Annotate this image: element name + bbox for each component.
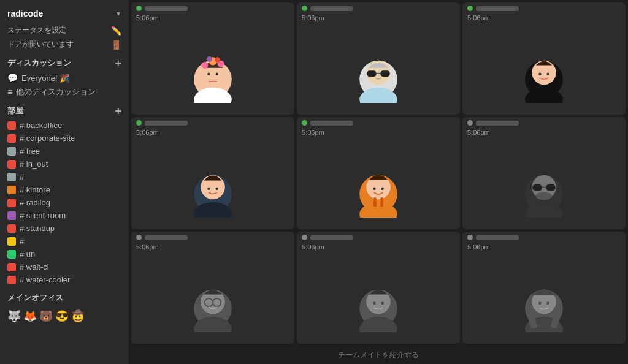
office-avatar: 🤠 — [71, 309, 85, 323]
video-cell-header — [131, 117, 294, 129]
avatar-image — [510, 150, 578, 218]
room-label: # silent-room — [20, 211, 121, 220]
video-time: 5:06pm — [462, 243, 626, 253]
svg-point-31 — [381, 188, 383, 190]
avatar-area — [297, 138, 460, 229]
avatar-image — [510, 36, 578, 103]
room-label: # backoffice — [20, 121, 121, 130]
avatar-area — [131, 24, 294, 115]
avatar-image — [179, 36, 247, 103]
sidebar-item-room[interactable]: # silent-room — [0, 209, 129, 222]
room-label: # — [20, 172, 121, 181]
sidebar-item-other-discussions[interactable]: ≡ 他のディスカッション — [0, 85, 129, 99]
add-room-button[interactable]: + — [115, 105, 121, 116]
avatar-image — [179, 265, 247, 332]
user-name-placeholder — [145, 121, 188, 126]
video-grid: 5:06pm 5:06pm — [129, 0, 628, 346]
door-open-row[interactable]: ドアが開いています 🚪 — [0, 37, 129, 51]
video-cell-header — [131, 2, 294, 14]
sidebar-item-room[interactable]: # corporate-site — [0, 132, 129, 145]
svg-rect-33 — [380, 197, 383, 207]
room-color-icon — [7, 173, 16, 181]
sidebar-item-room[interactable]: # backoffice — [0, 119, 129, 132]
status-dot — [467, 6, 473, 11]
user-name-placeholder — [145, 6, 188, 11]
intro-bar: チームメイトを紹介する — [129, 346, 628, 364]
sidebar: radicode ▼ ステータスを設定 ✏️ ドアが開いています 🚪 ディスカッ… — [0, 0, 129, 364]
status-dot — [302, 235, 307, 240]
avatar-area — [131, 138, 294, 229]
video-time: 5:06pm — [131, 129, 294, 138]
video-cell: 5:06pm — [297, 2, 460, 115]
discussions-header: ディスカッション + — [0, 51, 129, 71]
other-discussions-label: 他のディスカッション — [16, 86, 121, 97]
room-label: # kintore — [20, 185, 121, 194]
door-icon: 🚪 — [111, 40, 121, 50]
room-color-icon — [7, 160, 16, 169]
room-color-icon — [7, 250, 16, 259]
avatar-area — [131, 253, 294, 344]
video-cell-header — [297, 232, 460, 243]
user-name-placeholder — [476, 6, 519, 11]
room-label: # water-cooler — [20, 275, 121, 284]
svg-point-9 — [207, 56, 212, 62]
svg-point-56 — [546, 302, 549, 305]
svg-rect-14 — [367, 70, 376, 77]
sidebar-item-room[interactable]: # kintore — [0, 183, 129, 196]
room-color-icon — [7, 199, 16, 207]
workspace-header[interactable]: radicode ▼ — [0, 6, 129, 23]
office-header: メインオフィス — [0, 286, 129, 306]
room-color-icon — [7, 147, 16, 156]
svg-point-51 — [381, 302, 383, 305]
sidebar-item-room[interactable]: # free — [0, 145, 129, 157]
svg-point-50 — [373, 302, 375, 305]
svg-point-40 — [536, 192, 552, 200]
avatar-image — [345, 265, 412, 332]
video-cell-header — [297, 2, 460, 14]
avatar-image — [345, 36, 412, 103]
sidebar-item-room[interactable]: # standup — [0, 222, 129, 235]
sidebar-item-room[interactable]: # un — [0, 248, 129, 260]
room-color-icon — [7, 121, 16, 130]
status-dot — [467, 120, 473, 126]
sidebar-item-room[interactable]: # wait-ci — [0, 260, 129, 273]
room-label: # in_out — [20, 159, 121, 169]
room-color-icon — [7, 263, 16, 271]
sidebar-item-room[interactable]: # — [0, 235, 129, 248]
video-cell-header — [462, 117, 626, 129]
status-dot — [136, 6, 142, 11]
avatar-image — [179, 150, 247, 218]
room-label: # radilog — [20, 198, 121, 207]
video-cell-header — [462, 2, 626, 14]
door-open-label: ドアが開いています — [7, 39, 74, 50]
room-color-icon — [7, 224, 16, 233]
main-content: 5:06pm 5:06pm — [129, 0, 628, 364]
svg-point-3 — [207, 73, 210, 75]
set-status-label: ステータスを設定 — [7, 25, 66, 36]
svg-rect-37 — [532, 184, 542, 191]
sidebar-item-room[interactable]: # in_out — [0, 157, 129, 170]
rooms-list: # backoffice # corporate-site # free # i… — [0, 119, 129, 286]
user-name-placeholder — [476, 121, 519, 126]
svg-point-20 — [538, 73, 541, 75]
avatar-area — [462, 253, 626, 344]
video-cell: 5:06pm — [462, 2, 626, 115]
video-cell-header — [131, 232, 294, 243]
video-time: 5:06pm — [297, 129, 460, 138]
set-status-row[interactable]: ステータスを設定 ✏️ — [0, 23, 129, 37]
add-discussion-button[interactable]: + — [115, 58, 121, 69]
sidebar-item-everyone[interactable]: 💬 Everyone! 🎉 — [0, 71, 129, 85]
sidebar-item-room[interactable]: # — [0, 170, 129, 183]
video-time: 5:06pm — [131, 243, 294, 253]
user-name-placeholder — [310, 235, 353, 240]
avatar-area — [297, 253, 460, 344]
sidebar-item-room[interactable]: # radilog — [0, 196, 129, 209]
room-color-icon — [7, 186, 16, 194]
video-cell-header — [462, 232, 626, 243]
room-label: # wait-ci — [20, 262, 121, 271]
svg-point-26 — [215, 188, 218, 190]
video-cell: 5:06pm — [131, 232, 294, 344]
sidebar-item-room[interactable]: # water-cooler — [0, 273, 129, 286]
room-color-icon — [7, 276, 16, 284]
office-avatar: 🐺 — [7, 309, 21, 323]
